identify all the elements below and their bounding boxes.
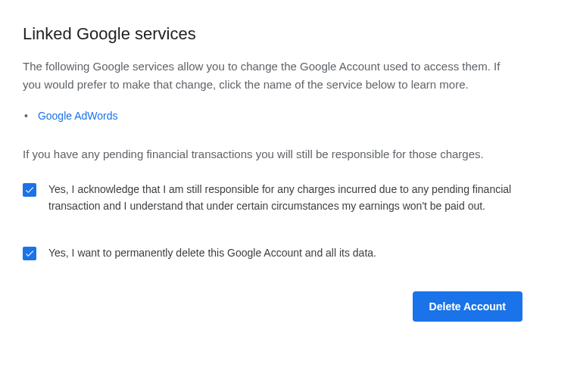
- service-list-item: Google AdWords: [35, 107, 554, 124]
- checkbox-confirm-delete[interactable]: [23, 247, 36, 260]
- service-link-adwords[interactable]: Google AdWords: [38, 110, 118, 122]
- intro-paragraph: The following Google services allow you …: [23, 58, 507, 94]
- checkbox-label-confirm-delete[interactable]: Yes, I want to permanently delete this G…: [48, 245, 376, 262]
- checkmark-icon: [24, 248, 35, 259]
- pending-transactions-paragraph: If you have any pending financial transa…: [23, 145, 507, 163]
- page-heading: Linked Google services: [23, 24, 554, 44]
- checkbox-label-acknowledge[interactable]: Yes, I acknowledge that I am still respo…: [48, 182, 538, 214]
- delete-account-button[interactable]: Delete Account: [413, 291, 522, 322]
- button-row: Delete Account: [23, 291, 522, 322]
- checkmark-icon: [24, 185, 35, 195]
- checkbox-row-confirm-delete: Yes, I want to permanently delete this G…: [23, 245, 538, 262]
- checkbox-acknowledge[interactable]: [23, 183, 36, 197]
- service-list: Google AdWords: [23, 107, 554, 124]
- checkbox-row-acknowledge: Yes, I acknowledge that I am still respo…: [23, 182, 538, 214]
